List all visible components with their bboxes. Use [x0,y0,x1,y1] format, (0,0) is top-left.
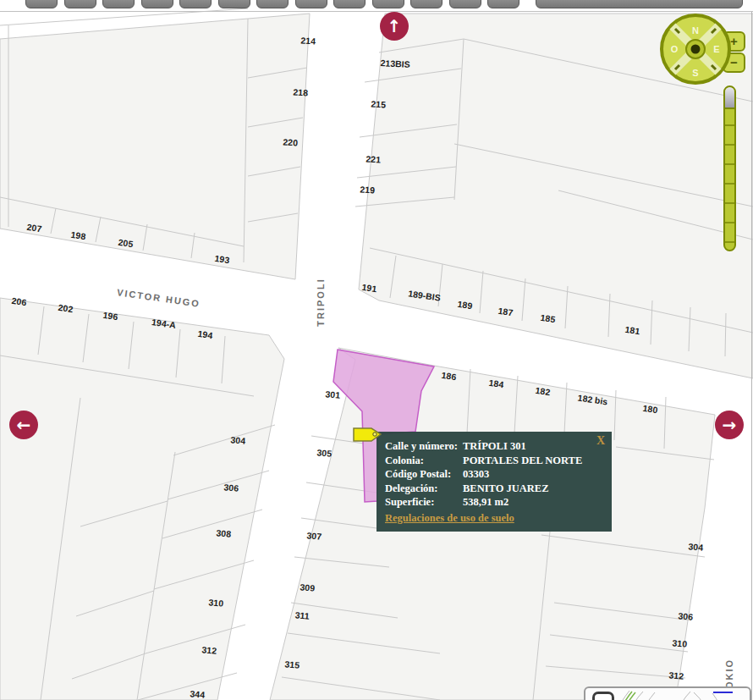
parcel-label: 344 [190,688,206,699]
parcel-label: 214 [300,36,316,47]
parcel-label: 213BIS [380,58,410,69]
toolbar-button[interactable] [333,0,366,8]
overview-map-preview [585,688,750,700]
parcel-label: 311 [294,609,310,620]
toolbar-button[interactable] [102,0,135,8]
parcel-label: 186 [441,370,457,382]
parcel-label: 306 [678,610,694,621]
toolbar-button[interactable] [487,0,519,8]
toolbar-button[interactable] [449,0,481,8]
parcel-label: 220 [283,137,298,148]
parcel-label: 305 [316,447,333,458]
toolbar-button[interactable] [25,0,58,8]
street-label: TRIPOLI [316,278,326,326]
parcel-label: 184 [488,378,504,389]
toolbar-button[interactable] [256,0,289,8]
parcel-label: 218 [293,87,308,98]
parcel-label: 193 [214,253,230,265]
pan-right-button[interactable]: → [715,411,744,439]
parcel-label: 182 [535,385,551,397]
popup-field-value: 03303 [463,467,603,482]
popup-field-label: Calle y número: [385,439,463,454]
street-label: VICTOR HUGO [116,287,201,309]
parcel-label: 312 [668,670,684,681]
popup-field-label: Superficie: [385,495,463,510]
parcel-label: 309 [300,581,316,593]
popup-row: Superficie:538,91 m2 [385,495,603,510]
popup-row: Colonia:PORTALES DEL NORTE [385,454,603,468]
street-label: OKIO [724,659,734,689]
parcel-info-popup: Calle y número:TRÍPOLI 301Colonia:PORTAL… [376,432,612,532]
toolbar-button-wide[interactable] [536,0,743,8]
parcel-label: 301 [325,389,341,400]
popup-rows: Calle y número:TRÍPOLI 301Colonia:PORTAL… [385,439,603,510]
parcel-label: 307 [306,530,322,541]
toolbar-button[interactable] [141,0,173,8]
popup-row: Delegación:BENITO JUAREZ [385,482,603,496]
tag-marker-icon[interactable] [350,426,384,444]
parcel-label: 304 [688,541,704,552]
popup-row: Calle y número:TRÍPOLI 301 [385,439,603,454]
parcel-label: 194 [197,328,213,340]
parcel-label: 181 [624,324,640,336]
parcel-label: 207 [26,222,42,234]
zoom-slider[interactable] [723,85,736,251]
parcel-label: 312 [201,644,217,655]
compass-center-dot [691,45,701,54]
popup-field-value: TRÍPOLI 301 [463,439,603,454]
parcel-label: 206 [11,295,27,307]
land-use-regulations-link[interactable]: Regulaciones de uso de suelo [385,512,514,525]
compass-north-label[interactable]: N [692,25,699,36]
top-toolbar [0,0,753,11]
overview-scale-line [713,692,733,693]
parcel-label: 310 [208,597,224,608]
parcel-label: 198 [70,229,86,241]
parcel-label: 205 [118,237,134,249]
toolbar-button[interactable] [372,0,404,8]
map-application: { "toolbar": { "small_button_count": 13,… [0,0,753,700]
popup-field-label: Delegación: [385,482,463,496]
parcel-label: 202 [58,302,74,314]
close-icon[interactable]: X [596,434,605,448]
toolbar-button[interactable] [218,0,250,8]
toolbar-button[interactable] [410,0,442,8]
parcel-label: 180 [642,403,658,415]
parcel-label: 306 [223,482,239,493]
popup-field-value: 538,91 m2 [463,495,603,510]
parcel-label: 196 [102,310,118,322]
toolbar-button[interactable] [179,0,212,8]
popup-field-label: Código Postal: [385,467,463,482]
pan-left-button[interactable]: ← [9,411,38,439]
compass-south-label[interactable]: S [692,68,698,78]
pan-up-button[interactable]: ↑ [380,12,409,41]
compass-west-label[interactable]: O [671,44,679,54]
parcel-label: 187 [497,306,514,317]
popup-row: Código Postal:03303 [385,467,603,482]
map-canvas[interactable]: VICTOR HUGOTRIPOLIOKIO 21421822020719820… [0,0,753,700]
parcel-label: 304 [230,434,246,445]
parcel-label: 185 [540,312,556,324]
parcel-label: 315 [284,659,300,670]
parcel-label: 219 [360,185,375,196]
popup-field-label: Colonia: [385,454,463,468]
parcel-label: 191 [361,282,377,294]
compass-east-label[interactable]: E [713,44,719,54]
parcel-label: 189 [457,299,473,311]
parcel-label: 308 [216,527,232,538]
parcel-label: 215 [371,99,386,110]
parcel-label: 221 [366,154,381,165]
compass-rose[interactable]: N S O E [657,12,734,93]
parcel-label: 310 [672,637,688,648]
toolbar-button[interactable] [64,0,96,8]
popup-field-value: BENITO JUAREZ [463,482,603,496]
overview-map-panel[interactable] [584,686,751,700]
popup-field-value: PORTALES DEL NORTE [463,454,603,468]
toolbar-button[interactable] [295,0,327,8]
